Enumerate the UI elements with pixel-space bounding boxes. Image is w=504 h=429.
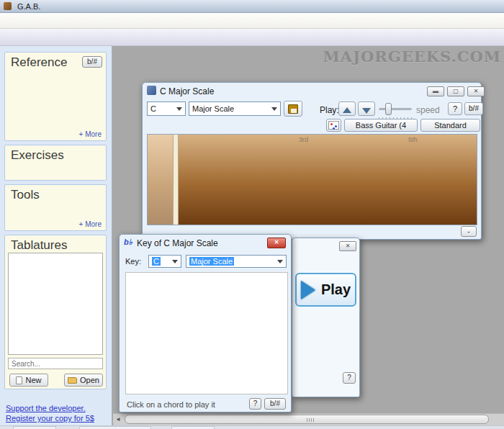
fret-label-3rd: 3rd bbox=[299, 136, 308, 143]
fret-label-5th: 5th bbox=[408, 136, 418, 143]
scrollbar-grip-icon bbox=[307, 418, 315, 422]
key-window-titlebar[interactable]: b♭ Key of C Major Scale ✕ bbox=[120, 235, 291, 250]
sidebar-panel-reference: Reference b/# + More bbox=[4, 52, 107, 141]
open-button[interactable]: Open bbox=[64, 374, 103, 387]
up-arrow-icon bbox=[343, 107, 351, 113]
play-down-button[interactable] bbox=[358, 101, 375, 116]
chevron-down-icon bbox=[277, 260, 283, 263]
reference-title: Reference bbox=[11, 55, 67, 70]
key-label: Key: bbox=[125, 257, 141, 266]
reference-more-link[interactable]: + More bbox=[79, 130, 102, 138]
fretboard-view-button[interactable] bbox=[326, 119, 341, 132]
tablature-list[interactable] bbox=[8, 253, 103, 355]
nut bbox=[173, 135, 179, 225]
new-document-icon bbox=[16, 376, 22, 384]
maximize-button[interactable]: ▢ bbox=[447, 86, 464, 96]
watermark: MAJORGEEKS.COM bbox=[323, 48, 501, 66]
chevron-down-icon bbox=[176, 107, 182, 111]
minimize-button[interactable]: ▬ bbox=[427, 86, 444, 96]
exercises-title: Exercises bbox=[11, 148, 64, 163]
play-button[interactable]: Play bbox=[295, 273, 356, 307]
sidebar-panel-tablatures: Tablatures New Open bbox=[4, 235, 107, 389]
bottom-tab-fragment bbox=[79, 426, 151, 429]
sidebar-panel-tools: Tools + More bbox=[4, 184, 107, 231]
save-icon bbox=[288, 104, 298, 114]
help-button[interactable]: ? bbox=[448, 102, 462, 115]
horizontal-scrollbar-thumb[interactable] bbox=[125, 415, 489, 424]
save-button[interactable] bbox=[284, 101, 302, 117]
speed-label: speed bbox=[416, 105, 440, 115]
sidebar-panel-exercises: Exercises bbox=[4, 145, 107, 181]
play-up-button[interactable] bbox=[338, 101, 356, 116]
new-button[interactable]: New bbox=[9, 374, 48, 387]
open-folder-icon bbox=[68, 377, 77, 384]
scale-window-title: C Major Scale bbox=[160, 86, 214, 96]
tools-title: Tools bbox=[11, 188, 40, 202]
tab-bar bbox=[0, 29, 504, 46]
key-window-help-button[interactable]: ? bbox=[249, 398, 261, 410]
key-scale-select[interactable]: Major Scale bbox=[186, 255, 287, 268]
sidebar: Reference b/# + More Exercises Tools + M… bbox=[0, 46, 112, 429]
tuning-button[interactable]: Standard bbox=[420, 119, 480, 132]
search-input[interactable] bbox=[8, 358, 103, 369]
key-window: b♭ Key of C Major Scale ✕ Key: C Major S… bbox=[119, 234, 292, 412]
play-window: ✕ Play ? bbox=[292, 238, 360, 397]
key-window-flat-sharp-button[interactable]: b/# bbox=[264, 398, 286, 410]
play-label: Play: bbox=[320, 105, 339, 115]
key-window-icon: b♭ bbox=[124, 238, 132, 247]
root-note-select[interactable]: C bbox=[147, 101, 186, 116]
instrument-button[interactable]: Bass Guitar (4 string) bbox=[344, 119, 418, 132]
key-window-title: Key of C Major Scale bbox=[137, 238, 218, 248]
chevron-down-icon bbox=[172, 260, 178, 263]
app-icon bbox=[4, 2, 12, 10]
play-window-help-button[interactable]: ? bbox=[343, 372, 356, 384]
speed-slider-thumb[interactable] bbox=[385, 103, 392, 115]
key-select[interactable]: C bbox=[148, 255, 181, 268]
support-developer-link[interactable]: Support the developer. Register your cop… bbox=[6, 403, 108, 423]
close-button[interactable]: ✕ bbox=[467, 86, 485, 96]
play-icon bbox=[301, 281, 315, 299]
scale-window-titlebar[interactable]: C Major Scale ▬ ▢ ✕ bbox=[143, 83, 481, 99]
flat-sharp-button[interactable]: b/# bbox=[82, 56, 102, 68]
down-arrow-icon bbox=[362, 108, 371, 114]
flat-sharp-button[interactable]: b/# bbox=[464, 102, 483, 115]
chevron-down-icon bbox=[271, 107, 277, 111]
bottom-edge-strip bbox=[0, 425, 504, 429]
window-titlebar: G.A.B. bbox=[0, 0, 504, 13]
scroll-left-arrow-icon[interactable]: ◄ bbox=[114, 415, 122, 424]
key-window-footer-hint: Click on a chord to play it bbox=[127, 400, 215, 409]
scale-window-corner-button[interactable]: - bbox=[461, 226, 477, 237]
scale-window: C Major Scale ▬ ▢ ✕ C Major Scale Play: … bbox=[142, 82, 482, 240]
bottom-tab-fragment bbox=[13, 426, 56, 429]
play-window-close-button[interactable]: ✕ bbox=[339, 241, 356, 251]
open-strings-column bbox=[148, 135, 173, 225]
tablatures-title: Tablatures bbox=[11, 238, 67, 253]
fretboard-icon bbox=[328, 121, 339, 130]
speed-slider-track[interactable] bbox=[379, 108, 412, 110]
app-title: G.A.B. bbox=[17, 2, 40, 11]
menu-bar bbox=[0, 13, 504, 29]
chord-table bbox=[125, 272, 288, 394]
bottom-tab-fragment bbox=[171, 426, 215, 429]
scale-type-select[interactable]: Major Scale bbox=[189, 101, 281, 116]
fretboard[interactable]: 3rd 5th bbox=[147, 134, 477, 225]
scale-window-icon bbox=[147, 86, 156, 95]
tools-more-link[interactable]: + More bbox=[79, 220, 102, 228]
key-window-close-button[interactable]: ✕ bbox=[267, 238, 286, 248]
